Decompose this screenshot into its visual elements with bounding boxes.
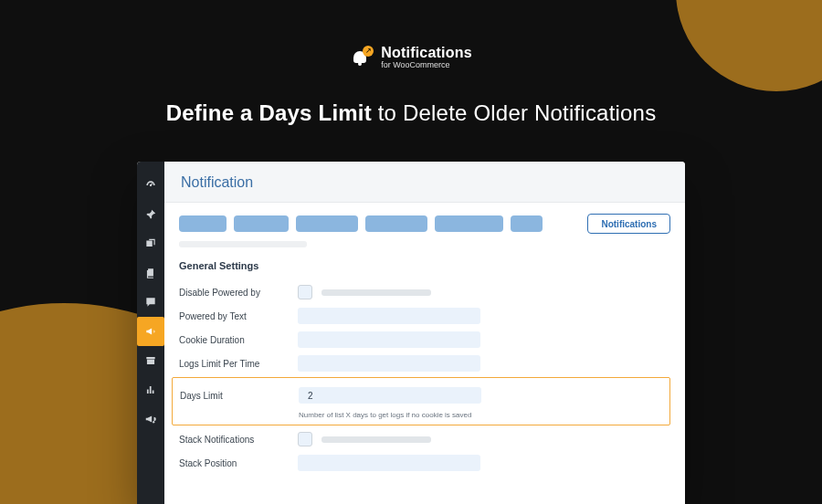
- sidebar-item-media[interactable]: [137, 229, 164, 258]
- help-days-limit: Number of list X days to get logs if no …: [299, 411, 662, 419]
- bell-icon: ↗: [350, 46, 374, 69]
- sidebar-item-analytics[interactable]: [137, 375, 164, 404]
- input-logs-limit[interactable]: [298, 355, 480, 372]
- input-powered-by-text[interactable]: [298, 308, 480, 324]
- tab-placeholder[interactable]: [511, 215, 543, 232]
- description-placeholder: [321, 436, 431, 443]
- pages-icon: [144, 267, 157, 279]
- field-days-limit-highlighted: Days Limit 2 Number of list X days to ge…: [172, 377, 670, 425]
- tab-placeholder[interactable]: [435, 215, 503, 232]
- tab-placeholder[interactable]: [296, 215, 358, 232]
- label-cookie-duration: Cookie Duration: [179, 335, 298, 345]
- section-heading: General Settings: [179, 260, 670, 271]
- field-stack-position: Stack Position: [179, 451, 670, 475]
- tab-placeholder[interactable]: [234, 215, 289, 232]
- field-logs-limit: Logs Limit Per Time: [179, 352, 670, 375]
- comment-icon: [144, 296, 157, 309]
- pin-icon: [144, 208, 157, 221]
- page-title: Notification: [164, 162, 685, 203]
- sidebar-item-archive[interactable]: [137, 346, 164, 375]
- input-cookie-duration[interactable]: [298, 331, 480, 348]
- field-disable-powered-by: Disable Powered by: [179, 280, 670, 304]
- tab-placeholder[interactable]: [179, 215, 227, 232]
- field-stack-notifications: Stack Notifications: [179, 427, 670, 451]
- page-headline: Define a Days Limit to Delete Older Noti…: [0, 100, 822, 126]
- sidebar-item-comments[interactable]: [137, 288, 164, 317]
- input-stack-position[interactable]: [298, 455, 480, 471]
- archive-icon: [144, 354, 157, 367]
- media-icon: [144, 237, 157, 250]
- label-stack-position: Stack Position: [179, 458, 298, 468]
- input-days-limit[interactable]: 2: [299, 387, 481, 404]
- tab-notifications-active[interactable]: Notifications: [587, 214, 670, 234]
- sidebar-item-pins[interactable]: [137, 200, 164, 229]
- admin-sidebar: [137, 162, 164, 504]
- label-stack-notifications: Stack Notifications: [179, 435, 298, 445]
- field-powered-by-text: Powered by Text: [179, 304, 670, 328]
- chart-icon: [144, 383, 157, 396]
- sidebar-item-notifications[interactable]: [137, 317, 164, 346]
- brand-subtitle: for WooCommerce: [381, 61, 472, 69]
- gauge-icon: [144, 179, 157, 192]
- megaphone-icon: [144, 413, 157, 425]
- description-placeholder: [321, 289, 431, 296]
- sidebar-item-marketing[interactable]: [137, 404, 164, 434]
- settings-tabs: Notifications: [179, 214, 670, 234]
- brand-name: Notifications: [381, 46, 472, 60]
- label-disable-powered-by: Disable Powered by: [179, 288, 298, 298]
- subnav-placeholder: [179, 241, 307, 247]
- field-cookie-duration: Cookie Duration: [179, 328, 670, 352]
- sidebar-item-dashboard[interactable]: [137, 171, 164, 200]
- label-days-limit: Days Limit: [180, 391, 299, 401]
- admin-panel: Notification Notifications General Setti…: [137, 162, 685, 504]
- tab-placeholder[interactable]: [365, 215, 427, 232]
- sidebar-item-pages[interactable]: [137, 258, 164, 288]
- label-logs-limit: Logs Limit Per Time: [179, 359, 298, 369]
- checkbox-stack-notifications[interactable]: [298, 432, 312, 446]
- brand-logo: ↗ Notifications for WooCommerce: [0, 46, 822, 69]
- checkbox-disable-powered-by[interactable]: [298, 285, 312, 299]
- megaphone-alt-icon: [144, 325, 157, 338]
- label-powered-by-text: Powered by Text: [179, 311, 298, 321]
